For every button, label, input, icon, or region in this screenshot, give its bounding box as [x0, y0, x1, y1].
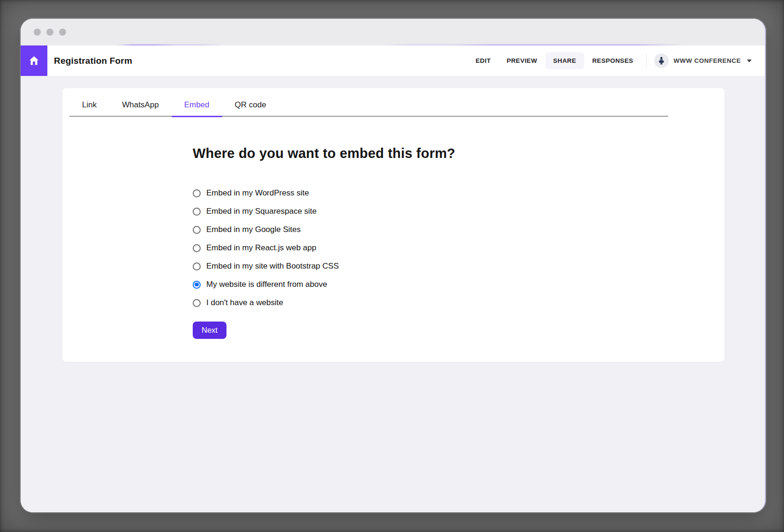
header-nav: EDIT PREVIEW SHARE RESPONSES WWW CONFE [467, 52, 765, 69]
page-content: Link WhatsApp Embed QR code Where do you… [21, 76, 765, 512]
window-control-dot[interactable] [46, 29, 53, 36]
home-button[interactable] [21, 45, 47, 76]
option-label: Embed in my React.js web app [206, 243, 316, 253]
desktop-backdrop: Registration Form EDIT PREVIEW SHARE RES… [0, 0, 784, 532]
browser-window: Registration Form EDIT PREVIEW SHARE RES… [21, 19, 766, 512]
share-tabs: Link WhatsApp Embed QR code [69, 88, 668, 117]
nav-divider [646, 54, 647, 67]
workspace-name: WWW CONFERENCE [674, 57, 741, 64]
tab-qr-code[interactable]: QR code [222, 88, 279, 116]
workspace-avatar [654, 53, 669, 68]
window-control-dot[interactable] [34, 29, 41, 36]
app-header: Registration Form EDIT PREVIEW SHARE RES… [21, 45, 765, 76]
chevron-down-icon [747, 60, 752, 62]
page-title: Registration Form [54, 56, 132, 66]
radio-button[interactable] [193, 299, 201, 307]
tab-whatsapp[interactable]: WhatsApp [109, 88, 171, 116]
option-label: Embed in my Squarespace site [206, 207, 317, 216]
radio-button[interactable] [193, 189, 201, 197]
embed-option-google-sites[interactable]: Embed in my Google Sites [193, 225, 301, 234]
option-label: Embed in my WordPress site [206, 188, 309, 198]
browser-chrome-bar [21, 19, 765, 45]
home-icon [28, 54, 40, 67]
radio-button[interactable] [193, 226, 201, 234]
option-label: Embed in my site with Bootstrap CSS [206, 262, 339, 271]
embed-option-react[interactable]: Embed in my React.js web app [193, 243, 316, 253]
embed-option-bootstrap[interactable]: Embed in my site with Bootstrap CSS [193, 262, 339, 271]
next-button[interactable]: Next [193, 322, 226, 339]
option-label: Embed in my Google Sites [206, 225, 301, 234]
radio-button[interactable] [193, 281, 201, 289]
embed-option-different-website[interactable]: My website is different from above [193, 280, 327, 289]
embed-panel: Where do you want to embed this form? Em… [62, 117, 724, 339]
nav-edit[interactable]: EDIT [467, 52, 498, 69]
option-label: I don't have a website [206, 298, 283, 307]
embed-option-no-website[interactable]: I don't have a website [193, 298, 283, 307]
conference-speaker-icon [656, 56, 666, 66]
workspace-selector[interactable]: WWW CONFERENCE [654, 53, 752, 68]
nav-preview[interactable]: PREVIEW [499, 52, 545, 69]
panel-heading: Where do you want to embed this form? [193, 146, 706, 161]
share-card: Link WhatsApp Embed QR code Where do you… [62, 88, 724, 362]
nav-share[interactable]: SHARE [545, 52, 584, 69]
tab-link[interactable]: Link [69, 88, 109, 116]
radio-button[interactable] [193, 262, 201, 270]
radio-button[interactable] [193, 244, 201, 252]
embed-option-squarespace[interactable]: Embed in my Squarespace site [193, 207, 317, 216]
option-label: My website is different from above [206, 280, 327, 289]
window-control-dot[interactable] [59, 29, 66, 36]
radio-button[interactable] [193, 208, 201, 216]
nav-responses[interactable]: RESPONSES [584, 52, 641, 69]
tab-embed[interactable]: Embed [172, 88, 222, 116]
embed-option-wordpress[interactable]: Embed in my WordPress site [193, 188, 309, 198]
